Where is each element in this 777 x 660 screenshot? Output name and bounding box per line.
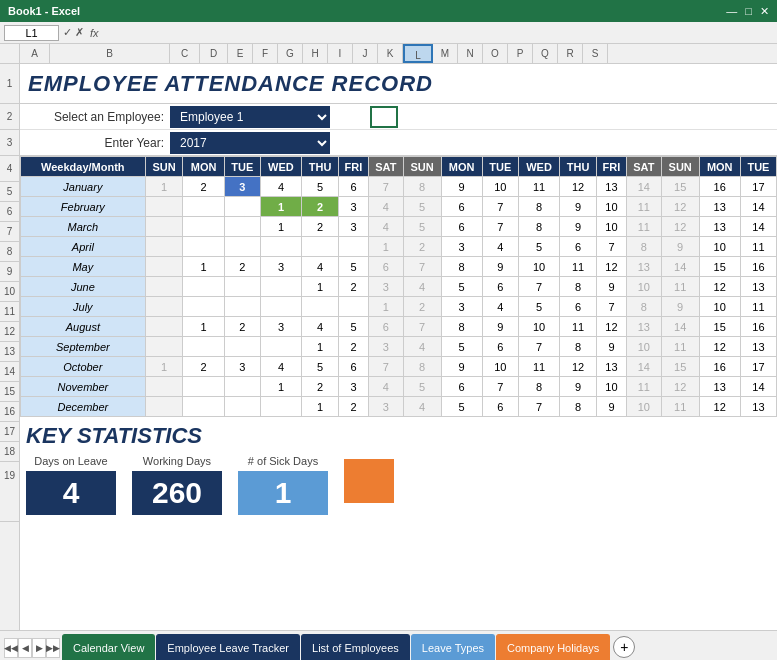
header-weekday-month: Weekday/Month (21, 157, 146, 177)
cell: 5 (403, 217, 441, 237)
cell: 12 (661, 377, 699, 397)
header-tue1: TUE (224, 157, 260, 177)
cell: 11 (661, 277, 699, 297)
cell: 13 (740, 397, 776, 417)
cell: 14 (626, 177, 661, 197)
cell (145, 217, 183, 237)
employee-label: Select an Employee: (50, 110, 170, 124)
cell: 10 (597, 197, 627, 217)
tab-list-of-employees[interactable]: List of Employees (301, 634, 410, 660)
cell (145, 277, 183, 297)
cell: 1 (183, 257, 224, 277)
close-icon[interactable]: ✕ (760, 5, 769, 18)
tab-leave-types[interactable]: Leave Types (411, 634, 495, 660)
employee-dropdown[interactable]: Employee 1 (170, 106, 330, 128)
month-january: January (21, 177, 146, 197)
month-june: June (21, 277, 146, 297)
month-november: November (21, 377, 146, 397)
cell: 7 (368, 177, 403, 197)
tab-nav-first[interactable]: ◀◀ (4, 638, 18, 658)
tab-company-holidays[interactable]: Company Holidays (496, 634, 610, 660)
cell: 5 (441, 397, 482, 417)
cell: 14 (661, 257, 699, 277)
col-o: O (483, 44, 508, 63)
row-num-18: 18 (0, 442, 19, 462)
table-row: July 1 2 3 4 5 6 7 8 (21, 297, 777, 317)
stat-card-extra (344, 455, 394, 503)
cell (145, 397, 183, 417)
cell: 7 (597, 297, 627, 317)
cell (302, 297, 339, 317)
cell: 4 (368, 377, 403, 397)
cell: 14 (740, 377, 776, 397)
minimize-icon[interactable]: — (726, 5, 737, 17)
cell: 13 (626, 317, 661, 337)
cell (145, 257, 183, 277)
cell: 11 (661, 397, 699, 417)
header-thu1: THU (302, 157, 339, 177)
cell: 9 (597, 397, 627, 417)
cell (224, 297, 260, 317)
tab-add-button[interactable]: + (613, 636, 635, 658)
stat-label-sick: # of Sick Days (248, 455, 318, 467)
cell: 6 (482, 337, 518, 357)
table-row: April 1 2 3 4 5 6 7 8 (21, 237, 777, 257)
cell: 2 (403, 297, 441, 317)
cell: 8 (626, 297, 661, 317)
calendar-container: Weekday/Month SUN MON TUE WED THU FRI SA… (20, 156, 777, 417)
cell (224, 217, 260, 237)
formula-icon: ✓ ✗ (63, 26, 84, 39)
cell: 9 (560, 217, 597, 237)
cell: 10 (518, 257, 559, 277)
tab-employee-leave-tracker[interactable]: Employee Leave Tracker (156, 634, 300, 660)
tab-nav-next[interactable]: ▶ (32, 638, 46, 658)
cell: 11 (518, 177, 559, 197)
maximize-icon[interactable]: □ (745, 5, 752, 17)
main-title: EMPLOYEE ATTENDANCE RECORD (28, 71, 433, 97)
cell-reference-box[interactable]: L1 (4, 25, 59, 41)
tab-nav-last[interactable]: ▶▶ (46, 638, 60, 658)
cell-highlighted-green: 2 (302, 197, 339, 217)
cell: 6 (441, 377, 482, 397)
month-march: March (21, 217, 146, 237)
col-m: M (433, 44, 458, 63)
year-dropdown[interactable]: 2017 (170, 132, 330, 154)
cell: 14 (740, 217, 776, 237)
cell (183, 237, 224, 257)
cell: 2 (339, 277, 369, 297)
selected-cell-indicator[interactable] (370, 106, 398, 128)
cell: 10 (626, 337, 661, 357)
tab-nav-prev[interactable]: ◀ (18, 638, 32, 658)
table-row: August 1 2 3 4 5 6 7 8 9 10 11 12 (21, 317, 777, 337)
cell: 14 (661, 317, 699, 337)
cell-ref-value: L1 (25, 27, 37, 39)
statistics-section: KEY STATISTICS Days on Leave 4 Working D… (20, 417, 777, 515)
column-headers: A B C D E F G H I J K L M N O P Q R S (0, 44, 777, 64)
cell: 15 (661, 357, 699, 377)
cell: 9 (597, 337, 627, 357)
row-numbers: 1 2 3 4 5 6 7 8 9 10 11 12 13 14 15 16 1… (0, 64, 20, 630)
cell: 14 (740, 197, 776, 217)
header-tue2: TUE (482, 157, 518, 177)
table-row: March 1 2 3 4 5 6 7 8 9 10 11 (21, 217, 777, 237)
cell: 13 (740, 277, 776, 297)
cell: 12 (560, 177, 597, 197)
header-mon3: MON (699, 157, 740, 177)
cell (183, 377, 224, 397)
col-j: J (353, 44, 378, 63)
tab-calendar-view[interactable]: Calendar View (62, 634, 155, 660)
cell: 2 (183, 357, 224, 377)
cell: 5 (441, 337, 482, 357)
cell: 13 (699, 197, 740, 217)
cell: 15 (699, 257, 740, 277)
cell: 7 (403, 257, 441, 277)
col-l: L (403, 44, 433, 63)
cell: 3 (368, 337, 403, 357)
cell: 6 (482, 277, 518, 297)
cell: 8 (441, 317, 482, 337)
table-row: June 1 2 3 4 5 6 7 8 9 10 (21, 277, 777, 297)
cell: 17 (740, 357, 776, 377)
cell: 8 (441, 257, 482, 277)
cell: 2 (339, 397, 369, 417)
table-row: October 1 2 3 4 5 6 7 8 9 10 11 12 13 (21, 357, 777, 377)
